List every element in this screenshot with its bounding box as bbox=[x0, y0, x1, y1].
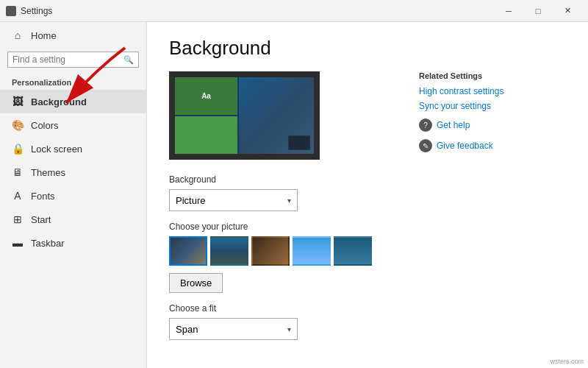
get-help-link[interactable]: Get help bbox=[437, 120, 470, 130]
main-content: Background Aa Background bbox=[147, 22, 588, 368]
sidebar: ⌂ Home 🔍 Personalization 🖼 Background 🎨 … bbox=[0, 22, 147, 368]
preview-right-panel bbox=[239, 77, 314, 154]
feedback-icon: ✎ bbox=[419, 139, 432, 152]
page-title: Background bbox=[169, 37, 566, 60]
nav-label-colors: Colors bbox=[31, 120, 59, 131]
feedback-item[interactable]: ✎ Give feedback bbox=[419, 139, 566, 152]
picture-thumb-desktop[interactable] bbox=[169, 236, 207, 266]
sidebar-item-background[interactable]: 🖼 Background bbox=[0, 90, 146, 113]
app-body: ⌂ Home 🔍 Personalization 🖼 Background 🎨 … bbox=[0, 22, 588, 368]
sidebar-item-lock-screen[interactable]: 🔒 Lock screen bbox=[0, 137, 146, 160]
maximize-button[interactable]: □ bbox=[523, 0, 553, 22]
content-row: Aa Background Picture ▾ Choose your p bbox=[169, 71, 566, 340]
nav-label-taskbar: Taskbar bbox=[31, 238, 65, 249]
picture-grid bbox=[169, 236, 390, 266]
preview-monitor bbox=[288, 135, 310, 150]
nav-label-lock-screen: Lock screen bbox=[31, 144, 82, 155]
choose-picture-label: Choose your picture bbox=[169, 222, 390, 232]
chevron-down-icon: ▾ bbox=[287, 197, 291, 205]
background-type-value: Picture bbox=[176, 195, 205, 206]
preview-left-panel: Aa bbox=[175, 77, 237, 154]
titlebar: Settings ─ □ ✕ bbox=[0, 0, 588, 22]
settings-icon bbox=[6, 6, 16, 16]
home-label: Home bbox=[31, 30, 57, 41]
fit-select[interactable]: Span ▾ bbox=[169, 318, 298, 340]
colors-icon: 🎨 bbox=[12, 119, 24, 131]
related-settings-title: Related Settings bbox=[419, 71, 566, 80]
taskbar-icon: ▬ bbox=[12, 237, 24, 249]
nav-label-background: Background bbox=[31, 96, 87, 107]
fonts-icon: A bbox=[12, 190, 24, 202]
personalization-section-label: Personalization bbox=[0, 74, 146, 90]
nav-label-start: Start bbox=[31, 214, 51, 225]
titlebar-title: Settings bbox=[21, 6, 52, 16]
picture-thumb-sky[interactable] bbox=[293, 236, 331, 266]
fit-chevron-down-icon: ▾ bbox=[287, 325, 291, 333]
home-icon: ⌂ bbox=[12, 29, 24, 41]
titlebar-controls: ─ □ ✕ bbox=[494, 0, 582, 22]
content-right: Related Settings High contrast settings … bbox=[419, 71, 566, 340]
close-button[interactable]: ✕ bbox=[553, 0, 582, 22]
search-box[interactable]: 🔍 bbox=[7, 52, 139, 68]
picture-thumb-sunset[interactable] bbox=[251, 236, 290, 266]
titlebar-left: Settings bbox=[6, 6, 52, 16]
give-feedback-link[interactable]: Give feedback bbox=[437, 141, 493, 151]
nav-label-themes: Themes bbox=[31, 167, 65, 178]
sidebar-item-fonts[interactable]: A Fonts bbox=[0, 184, 146, 208]
preview-green-bottom bbox=[175, 116, 237, 154]
browse-button[interactable]: Browse bbox=[169, 273, 223, 293]
sync-settings-link[interactable]: Sync your settings bbox=[419, 101, 566, 111]
background-preview: Aa bbox=[169, 71, 320, 160]
start-icon: ⊞ bbox=[12, 213, 24, 225]
choose-fit-label: Choose a fit bbox=[169, 303, 390, 314]
picture-thumb-ocean[interactable] bbox=[210, 236, 248, 266]
themes-icon: 🖥 bbox=[12, 166, 24, 178]
sidebar-item-home[interactable]: ⌂ Home bbox=[0, 22, 146, 49]
nav-label-fonts: Fonts bbox=[31, 191, 55, 202]
get-help-item[interactable]: ? Get help bbox=[419, 118, 566, 132]
high-contrast-link[interactable]: High contrast settings bbox=[419, 86, 566, 96]
content-left: Aa Background Picture ▾ Choose your p bbox=[169, 71, 390, 340]
picture-thumb-underwater[interactable] bbox=[334, 236, 372, 266]
sidebar-item-themes[interactable]: 🖥 Themes bbox=[0, 160, 146, 184]
preview-screen: Aa bbox=[175, 77, 314, 154]
lock-icon: 🔒 bbox=[12, 143, 24, 155]
search-input[interactable] bbox=[12, 54, 123, 65]
sidebar-item-start[interactable]: ⊞ Start bbox=[0, 208, 146, 231]
preview-green-top: Aa bbox=[175, 77, 237, 115]
sidebar-item-colors[interactable]: 🎨 Colors bbox=[0, 113, 146, 137]
bg-field-label: Background bbox=[169, 174, 390, 185]
search-icon: 🔍 bbox=[123, 55, 134, 65]
watermark: wsters.com bbox=[550, 358, 584, 365]
sidebar-item-taskbar[interactable]: ▬ Taskbar bbox=[0, 231, 146, 255]
minimize-button[interactable]: ─ bbox=[494, 0, 523, 22]
background-type-select[interactable]: Picture ▾ bbox=[169, 189, 298, 211]
background-icon: 🖼 bbox=[12, 96, 24, 107]
help-icon: ? bbox=[419, 118, 432, 132]
fit-value: Span bbox=[176, 324, 198, 335]
